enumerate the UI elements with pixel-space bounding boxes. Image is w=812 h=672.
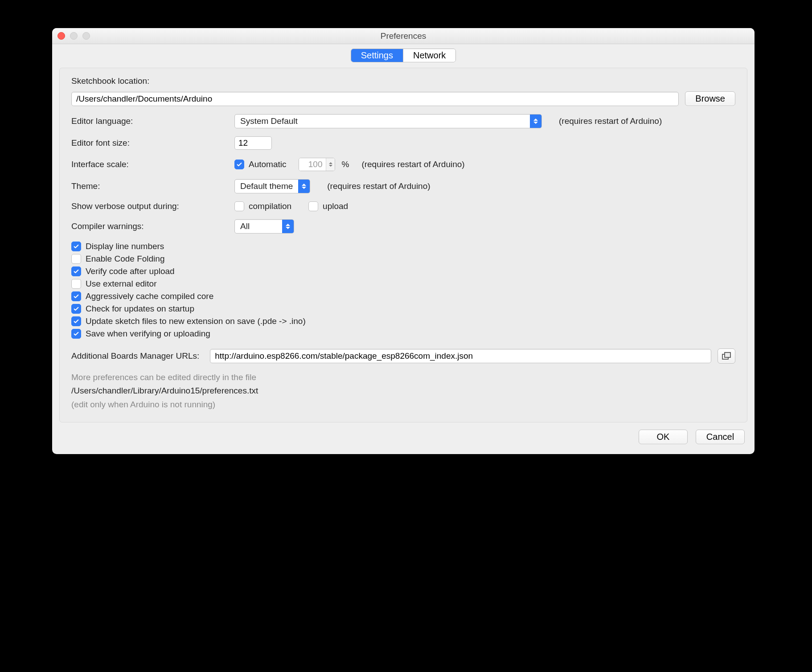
options-list: Display line numbersEnable Code FoldingV…: [71, 242, 735, 339]
theme-value: Default theme: [235, 180, 298, 193]
option-checkbox[interactable]: Verify code after upload: [71, 266, 735, 276]
verbose-upload-checkbox[interactable]: upload: [308, 201, 348, 211]
interface-scale-label: Interface scale:: [71, 160, 228, 169]
percent-sign: %: [341, 160, 349, 169]
checkbox-box: [71, 304, 81, 314]
option-checkbox[interactable]: Aggressively cache compiled core: [71, 291, 735, 301]
automatic-scale-checkbox[interactable]: Automatic: [234, 160, 286, 169]
checkbox-box: [71, 316, 81, 326]
editor-language-select[interactable]: System Default: [234, 114, 542, 128]
scale-restart-hint: (requires restart of Arduino): [361, 160, 464, 169]
ok-button[interactable]: OK: [639, 430, 688, 444]
boards-urls-input[interactable]: [210, 349, 711, 363]
theme-select[interactable]: Default theme: [234, 179, 310, 193]
chevron-updown-icon: [298, 180, 310, 193]
theme-label: Theme:: [71, 181, 228, 191]
footnote-line3: (edit only when Arduino is not running): [71, 398, 735, 411]
dialog-buttons: OK Cancel: [52, 430, 755, 454]
title-bar: Preferences: [52, 28, 755, 44]
verbose-upload-text: upload: [323, 201, 348, 211]
compiler-warnings-select[interactable]: All: [234, 219, 294, 234]
stepper-arrows-icon: [326, 158, 335, 171]
option-checkbox[interactable]: Enable Code Folding: [71, 254, 735, 264]
option-label: Verify code after upload: [86, 266, 175, 276]
zoom-icon[interactable]: [82, 32, 90, 40]
tab-bar: Settings Network: [52, 44, 755, 62]
verbose-compilation-text: compilation: [249, 201, 291, 211]
font-size-input[interactable]: [234, 136, 272, 150]
option-checkbox[interactable]: Use external editor: [71, 279, 735, 289]
footnote: More preferences can be edited directly …: [71, 371, 735, 411]
option-label: Use external editor: [86, 279, 156, 289]
settings-panel: Sketchbook location: Browse Editor langu…: [59, 68, 747, 422]
font-size-label: Editor font size:: [71, 138, 228, 148]
checkbox-box: [71, 242, 81, 251]
scale-percent-stepper[interactable]: [299, 158, 335, 171]
option-checkbox[interactable]: Check for updates on startup: [71, 304, 735, 314]
option-label: Enable Code Folding: [86, 254, 164, 264]
preferences-window: Preferences Settings Network Sketchbook …: [52, 28, 755, 454]
verbose-compilation-checkbox[interactable]: compilation: [234, 201, 291, 211]
checkbox-box: [71, 329, 81, 339]
language-restart-hint: (requires restart of Arduino): [559, 116, 662, 126]
compiler-warnings-value: All: [235, 220, 282, 233]
footnote-line1: More preferences can be edited directly …: [71, 371, 735, 384]
minimize-icon[interactable]: [70, 32, 78, 40]
expand-urls-button[interactable]: [718, 348, 735, 364]
sketchbook-input[interactable]: [71, 92, 679, 106]
cancel-button[interactable]: Cancel: [696, 430, 745, 444]
browse-button[interactable]: Browse: [685, 91, 735, 106]
option-checkbox[interactable]: Update sketch files to new extension on …: [71, 316, 735, 326]
sketchbook-label: Sketchbook location:: [71, 76, 735, 86]
checkbox-box: [71, 291, 81, 301]
chevron-updown-icon: [282, 220, 294, 233]
preferences-file-path[interactable]: /Users/chandler/Library/Arduino15/prefer…: [71, 384, 735, 397]
window-title: Preferences: [52, 31, 755, 41]
option-label: Display line numbers: [86, 242, 164, 251]
new-window-icon: [722, 352, 731, 360]
boards-urls-label: Additional Boards Manager URLs:: [71, 351, 199, 361]
option-checkbox[interactable]: Display line numbers: [71, 242, 735, 251]
window-controls: [57, 32, 90, 40]
automatic-scale-text: Automatic: [249, 160, 286, 169]
compiler-warnings-label: Compiler warnings:: [71, 221, 228, 231]
chevron-updown-icon: [530, 115, 541, 128]
theme-restart-hint: (requires restart of Arduino): [327, 181, 430, 191]
option-label: Check for updates on startup: [86, 304, 194, 314]
option-label: Save when verifying or uploading: [86, 329, 210, 339]
close-icon[interactable]: [57, 32, 65, 40]
editor-language-label: Editor language:: [71, 116, 228, 126]
option-checkbox[interactable]: Save when verifying or uploading: [71, 329, 735, 339]
checkbox-box: [71, 279, 81, 289]
checkbox-box: [71, 266, 81, 276]
scale-percent-value: [299, 158, 326, 171]
verbose-label: Show verbose output during:: [71, 201, 228, 211]
option-label: Update sketch files to new extension on …: [86, 316, 306, 326]
checkbox-box: [71, 254, 81, 264]
svg-rect-1: [725, 352, 730, 357]
tab-segmented-control: Settings Network: [351, 49, 456, 62]
tab-settings[interactable]: Settings: [351, 49, 403, 62]
option-label: Aggressively cache compiled core: [86, 291, 213, 301]
editor-language-value: System Default: [235, 115, 530, 128]
tab-network[interactable]: Network: [403, 49, 455, 62]
